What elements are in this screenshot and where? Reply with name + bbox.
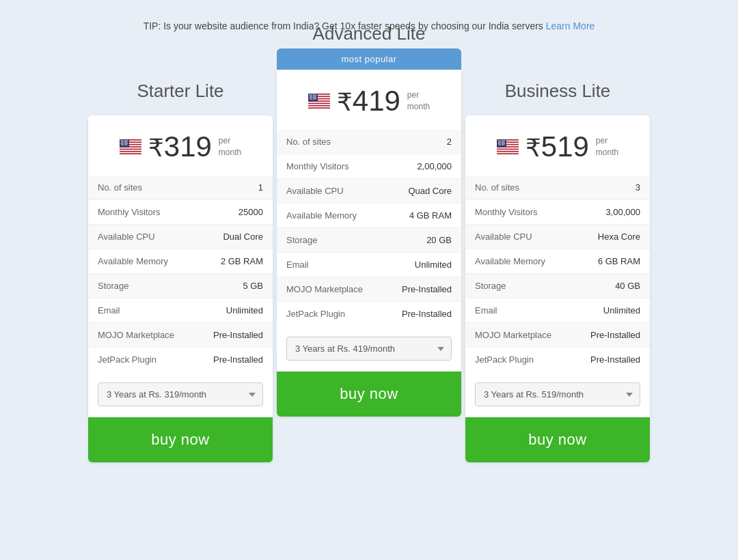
feature-value: Dual Core: [195, 225, 273, 249]
advanced-title-wrapper: Advanced Lite: [313, 23, 426, 48]
business-price-section: ★★★★★ ★★★★ ★★★★★ ★★★★ ₹519 per month: [465, 115, 650, 176]
starter-select-wrapper: 3 Years at Rs. 319/month: [88, 372, 273, 417]
advanced-buy-button[interactable]: buy now: [277, 372, 461, 417]
table-row: JetPack Plugin Pre-Installed: [88, 348, 273, 372]
feature-label: Available CPU: [88, 225, 195, 249]
business-plan-select[interactable]: 3 Years at Rs. 519/month: [475, 382, 640, 406]
business-plan-column: Business Lite ★★★★★ ★★★: [465, 81, 650, 462]
starter-plan-title: Starter Lite: [137, 81, 223, 102]
advanced-plan-card: ★★★★★ ★★★★ ★★★★★ ★★★★ ₹419 per month No.…: [277, 70, 461, 417]
table-row: Available CPU Hexa Core: [465, 225, 650, 249]
feature-label: Storage: [277, 228, 384, 253]
feature-value: 2,00,000: [384, 154, 461, 179]
feature-label: No. of sites: [465, 176, 573, 200]
advanced-plan-column: Advanced Lite most popular ★: [277, 23, 461, 417]
business-buy-button[interactable]: buy now: [465, 417, 650, 462]
table-row: MOJO Marketplace Pre-Installed: [88, 323, 273, 348]
feature-value: 6 GB RAM: [573, 249, 650, 274]
svg-rect-4: [120, 148, 141, 149]
business-select-wrapper: 3 Years at Rs. 519/month: [465, 372, 650, 417]
svg-text:★: ★: [314, 98, 316, 100]
feature-label: Storage: [465, 274, 573, 298]
svg-rect-5: [120, 150, 141, 151]
feature-label: No. of sites: [88, 176, 195, 200]
starter-buy-button[interactable]: buy now: [88, 417, 273, 462]
feature-label: Available Memory: [277, 204, 384, 228]
feature-label: MOJO Marketplace: [465, 323, 573, 348]
plans-wrapper: Starter Lite ★★★★★ ★★★★: [88, 52, 650, 462]
feature-value: 1: [195, 176, 273, 200]
starter-features-table: No. of sites 1 Monthly Visitors 25000 Av…: [88, 176, 273, 372]
feature-label: Monthly Visitors: [465, 200, 573, 225]
feature-value: 20 GB: [384, 228, 461, 253]
business-plan-card: ★★★★★ ★★★★ ★★★★★ ★★★★ ₹519 per month No.…: [465, 115, 650, 462]
table-row: Available CPU Quad Core: [277, 179, 461, 204]
feature-value: Pre-Installed: [195, 323, 273, 348]
starter-price-section: ★★★★★ ★★★★ ★★★★★ ★★★★ ₹319 per month: [88, 115, 273, 176]
feature-value: Pre-Installed: [573, 323, 650, 348]
feature-value: Unlimited: [195, 298, 273, 323]
feature-label: Email: [277, 253, 384, 277]
feature-label: Monthly Visitors: [277, 154, 384, 179]
feature-label: Available CPU: [277, 179, 384, 204]
starter-plan-select[interactable]: 3 Years at Rs. 319/month: [98, 382, 263, 406]
business-flag-icon: ★★★★★ ★★★★ ★★★★★ ★★★★: [497, 139, 519, 154]
feature-label: MOJO Marketplace: [88, 323, 195, 348]
feature-label: Available Memory: [88, 249, 195, 274]
table-row: Available Memory 4 GB RAM: [277, 204, 461, 228]
starter-plan-card: ★★★★★ ★★★★ ★★★★★ ★★★★ ₹319 per month No.…: [88, 115, 273, 462]
table-row: MOJO Marketplace Pre-Installed: [465, 323, 650, 348]
advanced-plan-title: Advanced Lite: [313, 23, 426, 44]
feature-value: Quad Core: [384, 179, 461, 204]
advanced-price: ₹419: [337, 85, 400, 117]
feature-value: Hexa Core: [573, 225, 650, 249]
svg-rect-57: [497, 150, 519, 151]
advanced-flag-icon: ★★★★★ ★★★★ ★★★★★ ★★★★: [308, 94, 330, 109]
feature-value: 2 GB RAM: [195, 249, 273, 274]
table-row: Available CPU Dual Core: [88, 225, 273, 249]
table-row: Email Unlimited: [88, 298, 273, 323]
learn-more-link[interactable]: Learn More: [546, 20, 595, 31]
advanced-per-month: per month: [407, 89, 430, 113]
advanced-plan-select[interactable]: 3 Years at Rs. 419/month: [286, 337, 452, 361]
feature-value: 5 GB: [195, 274, 273, 298]
table-row: Storage 5 GB: [88, 274, 273, 298]
table-row: No. of sites 2: [277, 130, 461, 154]
svg-rect-58: [497, 152, 519, 154]
table-row: No. of sites 3: [465, 176, 650, 200]
feature-value: Unlimited: [384, 253, 461, 277]
starter-per-month: per month: [219, 135, 241, 158]
svg-rect-31: [308, 104, 330, 105]
feature-value: 40 GB: [573, 274, 650, 298]
starter-flag-icon: ★★★★★ ★★★★ ★★★★★ ★★★★: [120, 139, 141, 154]
advanced-features-table: No. of sites 2 Monthly Visitors 2,00,000…: [277, 130, 461, 326]
feature-label: Available Memory: [465, 249, 573, 274]
feature-label: Email: [465, 298, 573, 323]
table-row: Monthly Visitors 2,00,000: [277, 154, 461, 179]
table-row: Email Unlimited: [465, 298, 650, 323]
feature-value: Pre-Installed: [573, 348, 650, 372]
feature-value: 4 GB RAM: [384, 204, 461, 228]
table-row: Monthly Visitors 25000: [88, 200, 273, 225]
feature-label: Storage: [88, 274, 195, 298]
svg-text:★: ★: [503, 143, 505, 146]
feature-value: Pre-Installed: [384, 277, 461, 302]
feature-label: JetPack Plugin: [88, 348, 195, 372]
most-popular-badge: most popular: [277, 48, 461, 70]
table-row: MOJO Marketplace Pre-Installed: [277, 277, 461, 302]
feature-label: JetPack Plugin: [277, 302, 384, 326]
business-plan-title: Business Lite: [505, 81, 611, 102]
table-row: Available Memory 2 GB RAM: [88, 249, 273, 274]
feature-value: 25000: [195, 200, 273, 225]
feature-label: Available CPU: [465, 225, 573, 249]
feature-label: JetPack Plugin: [465, 348, 573, 372]
feature-value: Pre-Installed: [195, 348, 273, 372]
table-row: Available Memory 6 GB RAM: [465, 249, 650, 274]
feature-value: Unlimited: [573, 298, 650, 323]
advanced-select-wrapper: 3 Years at Rs. 419/month: [277, 326, 461, 372]
table-row: Storage 40 GB: [465, 274, 650, 298]
feature-label: MOJO Marketplace: [277, 277, 384, 302]
advanced-price-section: ★★★★★ ★★★★ ★★★★★ ★★★★ ₹419 per month: [277, 70, 461, 130]
svg-rect-30: [308, 102, 330, 103]
table-row: Monthly Visitors 3,00,000: [465, 200, 650, 225]
